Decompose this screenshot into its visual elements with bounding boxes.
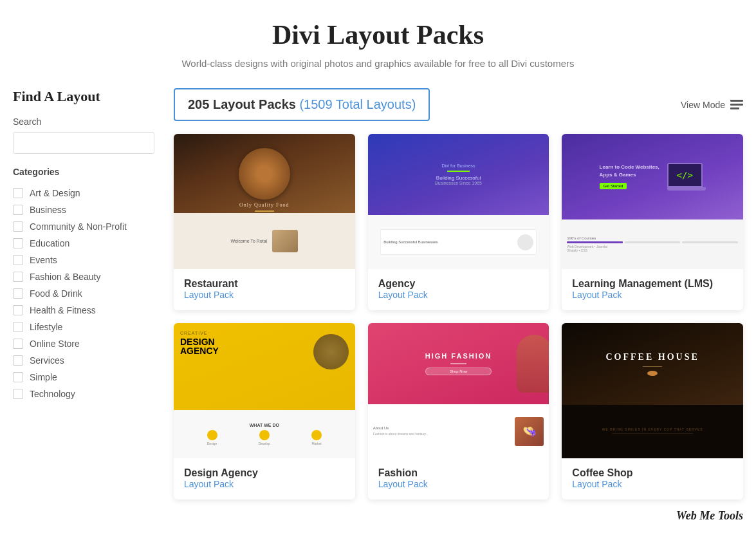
category-checkbox-fashion-beauty[interactable] bbox=[13, 272, 23, 282]
category-label-health-fitness: Health & Fitness bbox=[30, 305, 96, 315]
category-item-business[interactable]: Business bbox=[13, 201, 154, 218]
card-subtitle-fashion: Layout Pack bbox=[378, 479, 539, 489]
category-label-services: Services bbox=[30, 355, 64, 366]
page-container: Divi Layout Packs World-class designs wi… bbox=[0, 0, 756, 542]
search-section: Search bbox=[13, 117, 154, 154]
view-mode-icon bbox=[730, 100, 743, 110]
category-label-online-store: Online Store bbox=[30, 339, 80, 349]
page-subtitle: World-class designs with original photos… bbox=[13, 58, 743, 69]
card-body-restaurant: Restaurant Layout Pack bbox=[174, 269, 355, 310]
card-image-coffee-shop: COFFEE HOUSE WE BRING SMILES IN EVERY CU… bbox=[562, 323, 743, 458]
categories-title: Categories bbox=[13, 167, 154, 177]
layout-count-sub: (1509 Total Layouts) bbox=[299, 97, 416, 111]
card-title-lms: Learning Management (LMS) bbox=[572, 278, 733, 290]
category-label-food-drink: Food & Drink bbox=[30, 288, 82, 299]
layout-card-coffee-shop[interactable]: COFFEE HOUSE WE BRING SMILES IN EVERY CU… bbox=[562, 323, 743, 499]
category-item-community[interactable]: Community & Non-Profit bbox=[13, 218, 154, 235]
layout-count-box: 205 Layout Packs (1509 Total Layouts) bbox=[174, 88, 430, 121]
card-title-coffee-shop: Coffee Shop bbox=[572, 467, 733, 479]
category-label-business: Business bbox=[30, 205, 66, 215]
card-image-design-agency: Creative DESIGNAGENCY WHAT WE DO Design … bbox=[174, 323, 355, 458]
category-item-fashion-beauty[interactable]: Fashion & Beauty bbox=[13, 268, 154, 285]
card-image-agency: Divi for Business Building Successful Bu… bbox=[368, 134, 549, 269]
category-item-art-design[interactable]: Art & Design bbox=[13, 185, 154, 201]
category-checkbox-events[interactable] bbox=[13, 255, 23, 265]
category-checkbox-food-drink[interactable] bbox=[13, 288, 23, 299]
search-input[interactable] bbox=[13, 132, 154, 154]
category-checkbox-community[interactable] bbox=[13, 221, 23, 232]
category-label-community: Community & Non-Profit bbox=[30, 221, 127, 232]
search-label: Search bbox=[13, 117, 154, 127]
layout-count-number: 205 Layout Packs bbox=[188, 97, 296, 111]
category-checkbox-technology[interactable] bbox=[13, 389, 23, 399]
card-body-fashion: Fashion Layout Pack bbox=[368, 458, 549, 499]
card-body-design-agency: Design Agency Layout Pack bbox=[174, 458, 355, 499]
content-header: 205 Layout Packs (1509 Total Layouts) Vi… bbox=[174, 88, 743, 121]
main-content: Find A Layout Search Categories Art & De… bbox=[13, 88, 743, 499]
card-subtitle-restaurant: Layout Pack bbox=[184, 290, 345, 300]
category-item-health-fitness[interactable]: Health & Fitness bbox=[13, 302, 154, 319]
category-checkbox-business[interactable] bbox=[13, 205, 23, 215]
category-item-education[interactable]: Education bbox=[13, 235, 154, 252]
category-label-education: Education bbox=[30, 238, 69, 248]
view-mode-control[interactable]: View Mode bbox=[681, 100, 743, 110]
layout-card-restaurant[interactable]: Only Quality Food Welcome To Rotal Resta… bbox=[174, 134, 355, 310]
category-checkbox-online-store[interactable] bbox=[13, 339, 23, 349]
card-body-coffee-shop: Coffee Shop Layout Pack bbox=[562, 458, 743, 499]
card-subtitle-agency: Layout Pack bbox=[378, 290, 539, 300]
card-body-lms: Learning Management (LMS) Layout Pack bbox=[562, 269, 743, 310]
category-label-lifestyle: Lifestyle bbox=[30, 322, 62, 332]
category-label-events: Events bbox=[30, 255, 57, 265]
category-item-technology[interactable]: Technology bbox=[13, 386, 154, 402]
layout-card-lms[interactable]: Learn to Code Websites, Apps & Games Get… bbox=[562, 134, 743, 310]
category-item-simple[interactable]: Simple bbox=[13, 369, 154, 386]
card-title-agency: Agency bbox=[378, 278, 539, 290]
view-mode-label: View Mode bbox=[681, 100, 725, 110]
category-item-services[interactable]: Services bbox=[13, 352, 154, 369]
layout-card-design-agency[interactable]: Creative DESIGNAGENCY WHAT WE DO Design … bbox=[174, 323, 355, 499]
content-area: 205 Layout Packs (1509 Total Layouts) Vi… bbox=[174, 88, 743, 499]
card-title-restaurant: Restaurant bbox=[184, 278, 345, 290]
page-header: Divi Layout Packs World-class designs wi… bbox=[13, 19, 743, 69]
card-title-design-agency: Design Agency bbox=[184, 467, 345, 479]
card-subtitle-design-agency: Layout Pack bbox=[184, 479, 345, 489]
category-item-lifestyle[interactable]: Lifestyle bbox=[13, 319, 154, 335]
card-image-fashion: High Fashion Shop Now About Us Fashion i… bbox=[368, 323, 549, 458]
category-checkbox-services[interactable] bbox=[13, 355, 23, 366]
category-checkbox-simple[interactable] bbox=[13, 372, 23, 382]
card-title-fashion: Fashion bbox=[378, 467, 539, 479]
card-subtitle-coffee-shop: Layout Pack bbox=[572, 479, 733, 489]
layout-card-fashion[interactable]: High Fashion Shop Now About Us Fashion i… bbox=[368, 323, 549, 499]
layout-card-agency[interactable]: Divi for Business Building Successful Bu… bbox=[368, 134, 549, 310]
layout-count-text: 205 Layout Packs (1509 Total Layouts) bbox=[188, 97, 416, 111]
card-subtitle-lms: Layout Pack bbox=[572, 290, 733, 300]
category-checkbox-education[interactable] bbox=[13, 238, 23, 248]
categories-list: Art & Design Business Community & Non-Pr… bbox=[13, 185, 154, 402]
watermark: Web Me Tools bbox=[13, 509, 743, 523]
sidebar: Find A Layout Search Categories Art & De… bbox=[13, 88, 154, 499]
find-layout-title: Find A Layout bbox=[13, 88, 154, 105]
card-image-restaurant: Only Quality Food Welcome To Rotal bbox=[174, 134, 355, 269]
category-checkbox-health-fitness[interactable] bbox=[13, 305, 23, 315]
category-item-food-drink[interactable]: Food & Drink bbox=[13, 285, 154, 302]
category-label-fashion-beauty: Fashion & Beauty bbox=[30, 272, 101, 282]
category-label-simple: Simple bbox=[30, 372, 57, 382]
card-body-agency: Agency Layout Pack bbox=[368, 269, 549, 310]
category-checkbox-lifestyle[interactable] bbox=[13, 322, 23, 332]
category-checkbox-art-design[interactable] bbox=[13, 188, 23, 198]
page-title: Divi Layout Packs bbox=[13, 19, 743, 50]
category-item-events[interactable]: Events bbox=[13, 252, 154, 268]
category-item-online-store[interactable]: Online Store bbox=[13, 335, 154, 352]
layout-grid: Only Quality Food Welcome To Rotal Resta… bbox=[174, 134, 743, 499]
category-label-art-design: Art & Design bbox=[30, 188, 80, 198]
card-image-lms: Learn to Code Websites, Apps & Games Get… bbox=[562, 134, 743, 269]
category-label-technology: Technology bbox=[30, 389, 75, 399]
